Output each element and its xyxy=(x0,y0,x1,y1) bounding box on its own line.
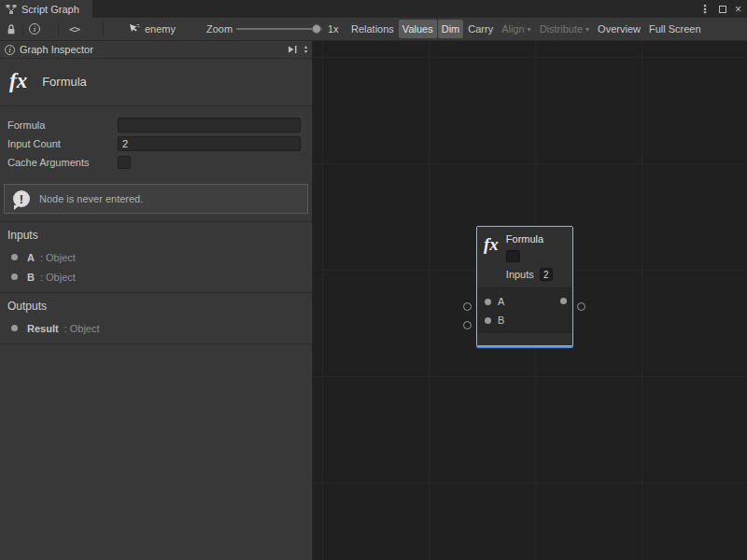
toolbar-separator xyxy=(58,22,59,35)
panel-title: Graph Inspector xyxy=(20,44,93,55)
port-connector-a[interactable] xyxy=(463,302,472,311)
zoom-slider-knob[interactable] xyxy=(312,24,321,34)
toolbar-separator xyxy=(103,22,104,35)
input-port-b[interactable]: B xyxy=(477,311,572,329)
graph-target-button[interactable]: enemy xyxy=(129,18,176,40)
info-icon: i xyxy=(29,23,40,35)
info-button[interactable]: i xyxy=(29,18,40,40)
panel-spinner[interactable]: ▴ ▾ xyxy=(304,45,307,54)
port-connector-b[interactable] xyxy=(463,321,472,329)
inspected-node-title: Formula xyxy=(42,75,87,89)
carry-button[interactable]: Carry xyxy=(464,20,497,38)
info-icon: i xyxy=(5,45,15,55)
output-port-row-result: Result : Object xyxy=(0,318,312,338)
port-name: Result xyxy=(27,323,59,334)
port-dot-icon[interactable] xyxy=(485,317,491,324)
divider xyxy=(0,343,312,344)
window-menu-icon[interactable]: ⋮ xyxy=(699,3,711,16)
formula-field-label: Formula xyxy=(7,119,118,131)
warning-text: Node is never entered. xyxy=(39,193,143,204)
port-type: : Object xyxy=(40,252,76,263)
graph-inspector-panel: i Graph Inspector ▴ ▾ fx Formula Formula xyxy=(0,41,313,560)
fx-icon: fx xyxy=(9,69,27,93)
node-ports: A B xyxy=(477,287,572,333)
node-formula-input[interactable] xyxy=(506,250,520,262)
lock-button[interactable] xyxy=(6,18,17,40)
tab-label: Script Graph xyxy=(21,4,79,15)
zoom-label: Zoom xyxy=(206,18,233,40)
pointer-icon xyxy=(129,23,140,35)
port-type: : Object xyxy=(64,323,100,334)
input-port-a[interactable]: A xyxy=(477,292,572,311)
close-icon[interactable]: × xyxy=(735,4,741,15)
edit-source-button[interactable]: <> xyxy=(69,18,79,40)
port-label: A xyxy=(498,296,504,307)
port-dot-icon[interactable] xyxy=(485,299,491,305)
node-inputs-label: Inputs xyxy=(506,269,534,280)
code-icon: <> xyxy=(69,23,79,35)
graph-toolbar: i <> enemy Zoom 1x Relations xyxy=(0,18,747,41)
formula-node-header: fx Formula Inputs 2 xyxy=(477,227,572,287)
zoom-slider-track[interactable] xyxy=(236,28,322,30)
node-inputs-row: Inputs 2 xyxy=(506,268,553,281)
port-dot-icon xyxy=(11,273,18,280)
relations-button[interactable]: Relations xyxy=(347,20,398,38)
chevron-down-icon: ▾ xyxy=(585,25,589,34)
chevron-down-icon: ▾ xyxy=(528,25,531,34)
window-controls: ⋮ × xyxy=(699,0,747,18)
distribute-dropdown[interactable]: Distribute ▾ xyxy=(536,20,593,38)
fx-icon: fx xyxy=(484,234,499,281)
port-label: B xyxy=(498,315,504,326)
script-graph-icon xyxy=(6,4,17,15)
port-name: A xyxy=(27,252,35,263)
full-screen-button[interactable]: Full Screen xyxy=(645,20,705,38)
values-button[interactable]: Values xyxy=(399,20,437,38)
node-inputs-count-input[interactable]: 2 xyxy=(540,268,553,281)
formula-field-row: Formula xyxy=(0,116,312,134)
zoom-value: 1x xyxy=(328,18,339,40)
graph-target-label: enemy xyxy=(145,23,176,35)
port-dot-icon xyxy=(11,325,18,331)
output-port-result[interactable] xyxy=(560,298,567,304)
inspector-fields: Formula Input Count Cache Arguments xyxy=(0,116,312,172)
toolbar-buttons: Relations Values Dim Carry Align ▾ Distr… xyxy=(347,20,705,38)
dim-button[interactable]: Dim xyxy=(438,20,464,38)
input-count-field-row: Input Count xyxy=(0,134,312,153)
cache-arguments-checkbox[interactable] xyxy=(118,156,131,169)
graph-canvas[interactable]: fx Formula Inputs 2 A xyxy=(313,41,747,560)
align-dropdown[interactable]: Align ▾ xyxy=(498,20,534,38)
spinner-down-icon[interactable]: ▾ xyxy=(304,49,307,54)
formula-input[interactable] xyxy=(118,118,301,133)
dock-icon[interactable] xyxy=(288,45,298,54)
overview-button[interactable]: Overview xyxy=(594,20,644,38)
graph-inspector-header: i Graph Inspector ▴ ▾ xyxy=(0,41,312,59)
cache-arguments-label: Cache Arguments xyxy=(7,157,118,168)
cache-arguments-field-row: Cache Arguments xyxy=(0,153,312,172)
input-port-row-b: B : Object xyxy=(0,267,312,287)
zoom-slider[interactable] xyxy=(236,18,322,40)
port-dot-icon xyxy=(11,254,18,260)
node-footer xyxy=(477,333,572,345)
warning-icon: ! xyxy=(13,190,30,207)
inputs-section-header: Inputs xyxy=(0,222,312,247)
inspected-node-header: fx Formula xyxy=(0,59,312,106)
port-name: B xyxy=(27,272,35,283)
lock-icon xyxy=(6,23,17,35)
input-count-label: Input Count xyxy=(7,138,118,149)
port-type: : Object xyxy=(40,272,76,283)
port-connector-result[interactable] xyxy=(577,302,585,311)
toolbar-separator xyxy=(22,22,23,35)
tab-bar: Script Graph ⋮ × xyxy=(0,0,747,18)
unity-script-graph-window: Script Graph ⋮ × i <> e xyxy=(0,0,747,560)
maximize-icon[interactable] xyxy=(719,6,726,13)
formula-node[interactable]: fx Formula Inputs 2 A xyxy=(476,226,573,346)
input-count-input[interactable] xyxy=(118,136,301,151)
node-title: Formula xyxy=(506,233,553,245)
tab-script-graph[interactable]: Script Graph xyxy=(0,0,92,18)
warning-box: ! Node is never entered. xyxy=(4,184,308,214)
outputs-section-header: Outputs xyxy=(0,293,312,318)
input-port-row-a: A : Object xyxy=(0,247,312,267)
